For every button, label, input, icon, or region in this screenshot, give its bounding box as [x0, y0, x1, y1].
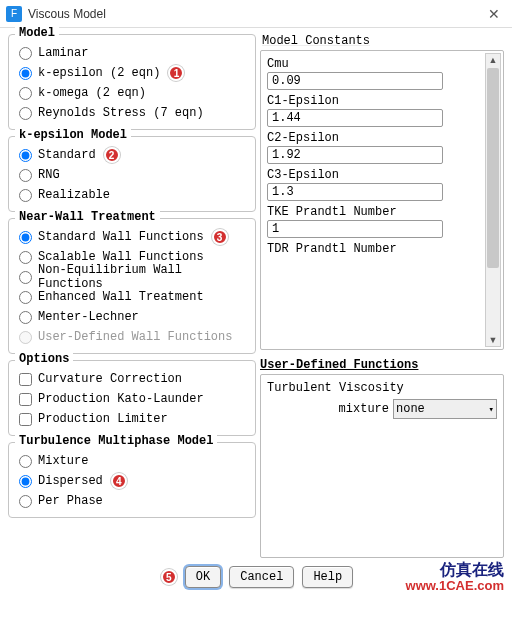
- radio-label: User-Defined Wall Functions: [38, 330, 232, 344]
- radio-label: Standard Wall Functions: [38, 230, 204, 244]
- model-group: Model Laminar k-epsilon (2 eqn) 1 k-omeg…: [8, 34, 256, 130]
- scroll-thumb[interactable]: [487, 68, 499, 268]
- radio-label: k-omega (2 eqn): [38, 86, 146, 100]
- nwt-group: Near-Wall Treatment Standard Wall Functi…: [8, 218, 256, 354]
- udf-select-value: none: [396, 402, 425, 416]
- radio-label: Scalable Wall Functions: [38, 250, 204, 264]
- radio-k-epsilon[interactable]: k-epsilon (2 eqn) 1: [17, 63, 247, 83]
- options-heading: Options: [15, 352, 73, 366]
- radio-tmm-mixture[interactable]: Mixture: [17, 451, 247, 471]
- check-label: Production Limiter: [38, 412, 168, 426]
- model-constants-heading: Model Constants: [262, 34, 504, 48]
- radio-label: Reynolds Stress (7 eqn): [38, 106, 204, 120]
- radio-ke-standard[interactable]: Standard 2: [17, 145, 247, 165]
- tmm-group: Turbulence Multiphase Model Mixture Disp…: [8, 442, 256, 518]
- radio-ke-realizable[interactable]: Realizable: [17, 185, 247, 205]
- radio-label: Realizable: [38, 188, 110, 202]
- radio-label: Dispersed: [38, 474, 103, 488]
- annotation-badge-3: 3: [212, 229, 228, 245]
- ke-model-group: k-epsilon Model Standard 2 RNG Realizabl…: [8, 136, 256, 212]
- annotation-badge-5: 5: [161, 569, 177, 585]
- check-curvature[interactable]: Curvature Correction: [17, 369, 247, 389]
- mc-label-cmu: Cmu: [267, 57, 499, 71]
- mc-label-c3: C3-Epsilon: [267, 168, 499, 182]
- radio-laminar[interactable]: Laminar: [17, 43, 247, 63]
- help-button[interactable]: Help: [302, 566, 353, 588]
- check-prod-limiter[interactable]: Production Limiter: [17, 409, 247, 429]
- radio-label: Laminar: [38, 46, 88, 60]
- annotation-badge-2: 2: [104, 147, 120, 163]
- radio-ke-rng[interactable]: RNG: [17, 165, 247, 185]
- scroll-down-icon[interactable]: ▼: [486, 334, 500, 346]
- radio-label: Mixture: [38, 454, 88, 468]
- window-title: Viscous Model: [28, 7, 482, 21]
- mc-input-cmu[interactable]: [267, 72, 443, 90]
- close-icon[interactable]: ✕: [482, 6, 506, 22]
- radio-nwt-userdef: User-Defined Wall Functions: [17, 327, 247, 347]
- annotation-badge-1: 1: [168, 65, 184, 81]
- radio-label: Enhanced Wall Treatment: [38, 290, 204, 304]
- udf-panel: Turbulent Viscosity mixture none ▾: [260, 374, 504, 558]
- scroll-up-icon[interactable]: ▲: [486, 54, 500, 66]
- check-kato-launder[interactable]: Production Kato-Launder: [17, 389, 247, 409]
- options-group: Options Curvature Correction Production …: [8, 360, 256, 436]
- mc-input-c2[interactable]: [267, 146, 443, 164]
- radio-label: k-epsilon (2 eqn): [38, 66, 160, 80]
- radio-tmm-perphase[interactable]: Per Phase: [17, 491, 247, 511]
- radio-label: RNG: [38, 168, 60, 182]
- mc-input-c1[interactable]: [267, 109, 443, 127]
- radio-label: Per Phase: [38, 494, 103, 508]
- site-watermark: 仿真在线 www.1CAE.com: [406, 561, 504, 594]
- udf-label: Turbulent Viscosity: [267, 381, 497, 395]
- annotation-badge-4: 4: [111, 473, 127, 489]
- ok-button[interactable]: OK: [185, 566, 221, 588]
- title-bar: F Viscous Model ✕: [0, 0, 512, 28]
- radio-reynolds-stress[interactable]: Reynolds Stress (7 eqn): [17, 103, 247, 123]
- ke-model-heading: k-epsilon Model: [15, 128, 131, 142]
- mc-label-tdr: TDR Prandtl Number: [267, 242, 499, 256]
- check-label: Curvature Correction: [38, 372, 182, 386]
- udf-row-label: mixture: [339, 402, 389, 416]
- radio-nwt-standard[interactable]: Standard Wall Functions 3: [17, 227, 247, 247]
- scrollbar[interactable]: ▲ ▼: [485, 53, 501, 347]
- mc-input-c3[interactable]: [267, 183, 443, 201]
- udf-heading: User-Defined Functions: [260, 358, 504, 372]
- radio-label: Non-Equilibrium Wall Functions: [38, 263, 247, 291]
- check-label: Production Kato-Launder: [38, 392, 204, 406]
- udf-select[interactable]: none ▾: [393, 399, 497, 419]
- app-icon: F: [6, 6, 22, 22]
- mc-label-tke: TKE Prandtl Number: [267, 205, 499, 219]
- cancel-button[interactable]: Cancel: [229, 566, 294, 588]
- tmm-heading: Turbulence Multiphase Model: [15, 434, 217, 448]
- radio-tmm-dispersed[interactable]: Dispersed 4: [17, 471, 247, 491]
- radio-label: Menter-Lechner: [38, 310, 139, 324]
- model-constants-panel: Cmu C1-Epsilon C2-Epsilon C3-Epsilon TKE…: [260, 50, 504, 350]
- mc-input-tke[interactable]: [267, 220, 443, 238]
- chevron-down-icon: ▾: [489, 404, 494, 415]
- watermark-line2: www.1CAE.com: [406, 579, 504, 594]
- model-heading: Model: [15, 26, 59, 40]
- nwt-heading: Near-Wall Treatment: [15, 210, 160, 224]
- radio-k-omega[interactable]: k-omega (2 eqn): [17, 83, 247, 103]
- radio-nwt-menter[interactable]: Menter-Lechner: [17, 307, 247, 327]
- radio-label: Standard: [38, 148, 96, 162]
- radio-nwt-noneq[interactable]: Non-Equilibrium Wall Functions: [17, 267, 247, 287]
- mc-label-c2: C2-Epsilon: [267, 131, 499, 145]
- watermark-line1: 仿真在线: [406, 561, 504, 579]
- mc-label-c1: C1-Epsilon: [267, 94, 499, 108]
